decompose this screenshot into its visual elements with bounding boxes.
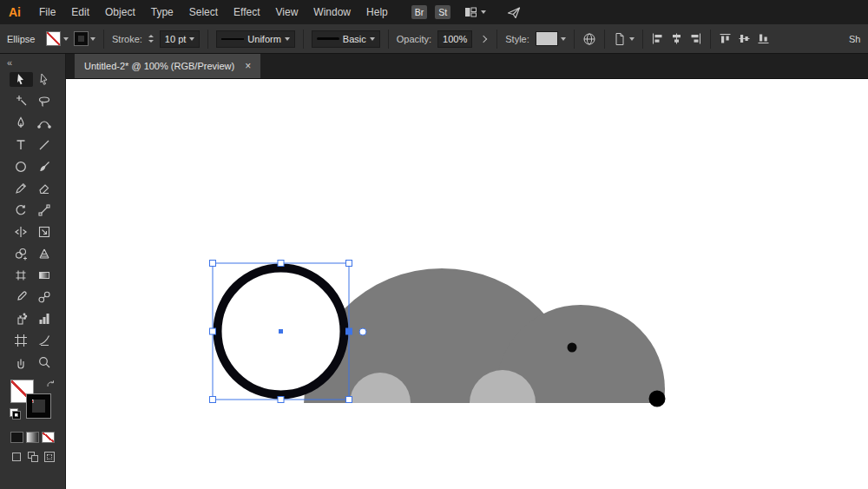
align-middle-v-button[interactable] <box>738 32 751 45</box>
stroke-color-control[interactable] <box>75 32 95 45</box>
ellipse-tool[interactable] <box>10 159 33 174</box>
menu-help[interactable]: Help <box>358 0 396 24</box>
artboard-tool[interactable] <box>10 333 33 347</box>
mouse-eye-shape[interactable] <box>568 343 577 353</box>
stepper-down-icon <box>148 40 154 43</box>
default-fill-stroke-button[interactable] <box>10 408 22 420</box>
selection-handle[interactable] <box>278 397 284 403</box>
draw-behind-button[interactable] <box>27 452 39 462</box>
line-segment-tool[interactable] <box>33 137 56 152</box>
align-top-button[interactable] <box>719 32 732 45</box>
magic-wand-tool[interactable] <box>10 94 33 109</box>
selection-tool[interactable] <box>10 72 33 87</box>
draw-behind-icon-back <box>31 455 38 462</box>
document-tab-title: Untitled-2* @ 100% (RGB/Preview) <box>84 61 234 71</box>
lasso-tool[interactable] <box>33 94 56 109</box>
context-label: Ellipse <box>7 34 40 44</box>
perspective-grid-tool[interactable] <box>33 246 56 261</box>
color-button[interactable] <box>10 432 23 443</box>
eraser-tool[interactable] <box>33 181 56 195</box>
selection-handle-active[interactable] <box>346 328 352 334</box>
eyedropper-tool[interactable] <box>10 289 33 304</box>
workspace-switcher[interactable] <box>464 6 486 18</box>
width-tool[interactable] <box>10 224 33 239</box>
document-tab[interactable]: Untitled-2* @ 100% (RGB/Preview) × <box>75 54 260 78</box>
canvas[interactable] <box>66 79 868 489</box>
blend-tool[interactable] <box>33 289 56 304</box>
none-button[interactable] <box>42 432 55 443</box>
column-graph-icon <box>37 312 51 326</box>
stroke-weight-stepper[interactable] <box>148 35 154 43</box>
document-setup-button[interactable] <box>582 32 596 46</box>
align-left-button[interactable] <box>651 32 664 45</box>
align-center-h-button[interactable] <box>670 32 683 45</box>
selection-handle[interactable] <box>346 397 352 403</box>
selection-handle[interactable] <box>278 261 284 267</box>
dropdown-caret-icon <box>481 10 486 14</box>
opacity-flyout-icon[interactable] <box>480 35 487 42</box>
share-button[interactable] <box>507 6 521 19</box>
menu-edit[interactable]: Edit <box>63 0 97 24</box>
drawing-mode-buttons <box>0 452 65 462</box>
column-graph-tool[interactable] <box>33 311 56 326</box>
menu-effect[interactable]: Effect <box>226 0 267 24</box>
direct-selection-tool[interactable] <box>33 72 56 87</box>
live-shape-widget[interactable] <box>359 328 366 335</box>
scale-tool[interactable] <box>33 202 56 217</box>
rotate-tool[interactable] <box>10 202 33 217</box>
mesh-tool[interactable] <box>10 268 33 282</box>
dropdown-caret-icon <box>285 37 290 41</box>
stock-button[interactable]: St <box>435 5 450 20</box>
menu-window[interactable]: Window <box>306 0 358 24</box>
swap-fill-stroke-button[interactable] <box>46 380 56 389</box>
menu-file[interactable]: File <box>31 0 63 24</box>
draw-inside-button[interactable] <box>43 452 56 462</box>
draw-normal-button[interactable] <box>10 452 23 462</box>
paintbrush-tool[interactable] <box>33 159 56 174</box>
swap-arrows-icon <box>46 380 56 389</box>
opacity-label: Opacity: <box>397 34 431 44</box>
curvature-tool[interactable] <box>33 116 56 130</box>
align-bottom-button[interactable] <box>757 32 770 45</box>
app-logo[interactable]: Ai <box>7 5 31 19</box>
zoom-tool[interactable] <box>33 354 56 369</box>
style-dropdown[interactable] <box>536 31 566 46</box>
bridge-button[interactable]: Br <box>411 5 428 20</box>
panel-collapse-button[interactable]: « <box>0 54 65 68</box>
divider <box>710 30 711 49</box>
slice-tool[interactable] <box>33 333 56 347</box>
width-profile-dropdown[interactable]: Uniform <box>216 30 295 48</box>
zoom-icon <box>37 355 51 369</box>
selection-handle[interactable] <box>346 261 352 267</box>
artwork[interactable] <box>66 79 868 489</box>
type-tool[interactable] <box>10 137 33 152</box>
menu-select[interactable]: Select <box>181 0 226 24</box>
rotate-icon <box>14 203 28 217</box>
brush-dropdown[interactable]: Basic <box>312 30 380 48</box>
stroke-weight-input[interactable]: 10 pt <box>160 30 200 48</box>
menu-type[interactable]: Type <box>143 0 181 24</box>
mouse-nose-shape[interactable] <box>649 391 666 407</box>
pencil-tool[interactable] <box>10 181 33 195</box>
preferences-dropdown[interactable] <box>613 32 635 46</box>
pen-tool[interactable] <box>10 116 33 130</box>
shape-builder-tool[interactable] <box>10 246 33 261</box>
type-icon <box>14 138 28 152</box>
stroke-indicator[interactable] <box>27 394 50 418</box>
menu-view[interactable]: View <box>268 0 306 24</box>
selection-handle[interactable] <box>210 397 216 403</box>
hand-tool[interactable] <box>10 354 33 369</box>
selection-center-point[interactable] <box>279 329 283 334</box>
divider <box>103 30 104 49</box>
menu-object[interactable]: Object <box>97 0 143 24</box>
selection-handle[interactable] <box>210 261 216 267</box>
gradient-tool[interactable] <box>33 268 56 282</box>
gradient-button[interactable] <box>26 432 39 443</box>
selection-handle[interactable] <box>210 328 216 334</box>
free-transform-tool[interactable] <box>33 224 56 239</box>
align-right-button[interactable] <box>689 32 702 45</box>
opacity-input[interactable]: 100% <box>437 30 472 48</box>
symbol-sprayer-tool[interactable] <box>10 311 33 326</box>
tab-close-icon[interactable]: × <box>245 61 251 71</box>
fill-color-control[interactable] <box>46 31 69 46</box>
